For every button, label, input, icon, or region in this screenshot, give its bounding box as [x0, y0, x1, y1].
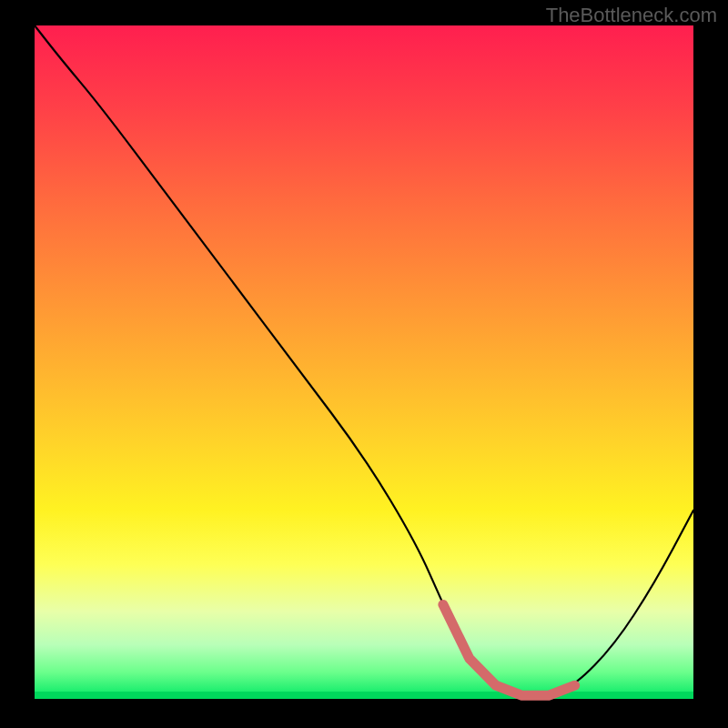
watermark-text: TheBottleneck.com [546, 4, 717, 27]
bottleneck-curve [35, 25, 693, 695]
chart-plot-area [35, 25, 693, 699]
chart-svg [35, 25, 693, 699]
highlight-segment [443, 604, 575, 695]
